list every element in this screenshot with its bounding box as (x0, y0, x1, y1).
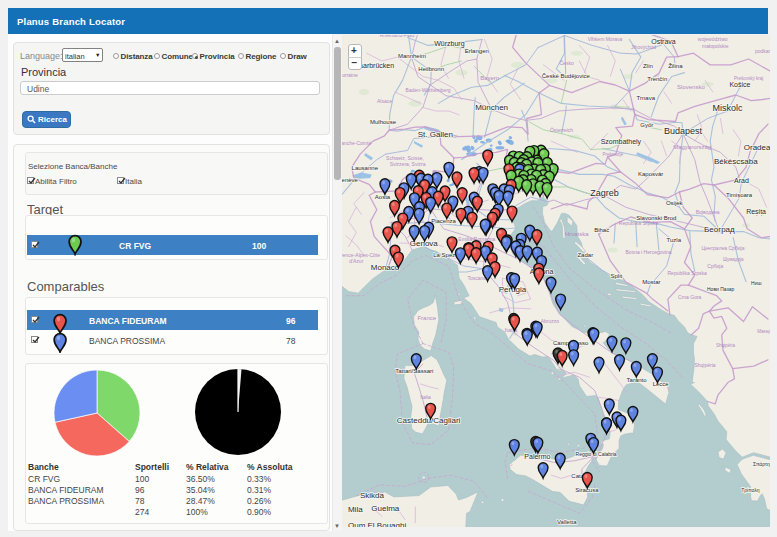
svg-text:Oradea: Oradea (744, 143, 770, 152)
svg-text:Bayern: Bayern (480, 75, 499, 81)
svg-text:Rheinland-Pfalz: Rheinland-Pfalz (380, 35, 416, 38)
svg-text:małopolskie: małopolskie (702, 43, 729, 49)
svg-text:Guelma: Guelma (371, 504, 400, 513)
svg-text:Prešovský kraj: Prešovský kraj (734, 76, 763, 81)
svg-text:Republika Srpska: Republika Srpska (619, 220, 658, 226)
svg-text:Česko: Česko (560, 60, 574, 66)
svg-text:Slovensko: Slovensko (677, 84, 705, 90)
svg-text:Trenčín: Trenčín (647, 76, 667, 82)
svg-text:Шумадија: Шумадија (723, 257, 744, 262)
svg-text:Monaco: Monaco (371, 263, 400, 272)
svg-text:České Budějovice: České Budějovice (542, 73, 591, 79)
svg-text:Casteddu/Cagliari: Casteddu/Cagliari (397, 416, 461, 425)
svg-text:Heilbronn: Heilbronn (418, 66, 444, 72)
svg-text:Tattari/Sassari: Tattari/Sassari (395, 368, 433, 374)
svg-text:Piacenza: Piacenza (431, 218, 456, 224)
svg-text:France: France (417, 315, 436, 321)
svg-text:Osijek: Osijek (666, 200, 684, 206)
svg-text:Oum El Bouaghi: Oum El Bouaghi (348, 521, 406, 527)
svg-text:Alsace: Alsace (377, 98, 392, 104)
svg-text:Taranto: Taranto (627, 377, 648, 383)
svg-text:Baden-Württemberg: Baden-Württemberg (406, 87, 451, 93)
svg-text:Bosna i Hercegovina: Bosna i Hercegovina (626, 249, 672, 255)
svg-text:Republika Srpska: Republika Srpska (668, 270, 707, 276)
svg-text:Lorraine: Lorraine (342, 72, 358, 78)
svg-text:Trnava: Trnava (637, 95, 656, 101)
svg-text:Prekmurje: Prekmurje (602, 152, 623, 157)
svg-text:Reșița: Reșița (746, 208, 766, 216)
svg-text:województwo: województwo (698, 36, 728, 42)
svg-text:Mila: Mila (348, 505, 363, 514)
svg-text:Ниш: Ниш (751, 280, 761, 286)
svg-text:Τρίπολη: Τρίπολη (741, 487, 760, 493)
svg-text:Aosta: Aosta (375, 194, 391, 200)
svg-text:Mannheim: Mannheim (398, 53, 426, 59)
svg-text:Österreich: Österreich (550, 127, 573, 133)
svg-text:Zagreb: Zagreb (590, 188, 619, 198)
svg-text:Shqipëria: Shqipëria (716, 343, 736, 348)
svg-text:Централна Србија: Централна Србија (702, 245, 745, 251)
svg-text:Макед: Макед (757, 329, 770, 334)
svg-text:Valletta: Valletta (557, 519, 577, 525)
svg-text:Reggio di Calabria: Reggio di Calabria (576, 451, 617, 457)
svg-text:Lecce: Lecce (653, 381, 670, 387)
svg-text:Skikda: Skikda (360, 491, 385, 500)
svg-text:Hrvatska: Hrvatska (565, 231, 589, 237)
svg-text:Žilina: Žilina (668, 62, 683, 69)
svg-text:München: München (475, 103, 508, 112)
svg-text:Genève: Genève (342, 177, 359, 183)
svg-text:Erlangen: Erlangen (465, 48, 489, 54)
svg-text:Kaposvár: Kaposvár (638, 171, 663, 177)
svg-text:Split: Split (610, 273, 622, 279)
svg-text:Abruzzo: Abruzzo (541, 318, 560, 324)
svg-text:Italia: Italia (420, 394, 431, 400)
svg-text:Београд: Београд (704, 225, 735, 234)
svg-text:Franche-Comté: Franche-Comté (342, 140, 371, 146)
svg-text:Würzburg: Würzburg (434, 40, 464, 48)
svg-text:Crna Gora: Crna Gora (678, 294, 702, 300)
svg-text:Schweiz, Suisse,: Schweiz, Suisse, (386, 155, 424, 161)
svg-text:podkarpac: podkarpac (755, 48, 770, 54)
svg-text:Jihovýchod: Jihovýchod (631, 44, 656, 50)
svg-text:Timișoara: Timișoara (726, 192, 753, 198)
svg-text:Békéscsaba: Békéscsaba (714, 157, 758, 166)
svg-text:Σπάρτη: Σπάρτη (753, 461, 770, 467)
svg-text:Нови Пазар: Нови Пазар (707, 286, 735, 292)
svg-text:Zadar: Zadar (577, 252, 593, 258)
svg-text:Zlín: Zlín (643, 63, 653, 69)
svg-text:Košice: Košice (729, 81, 750, 88)
svg-text:Svizzera, Svizra: Svizzera, Svizra (390, 161, 426, 167)
svg-text:Győr: Győr (640, 122, 653, 128)
svg-text:Mulhouse: Mulhouse (370, 119, 397, 125)
svg-text:Szombathely: Szombathely (601, 138, 642, 146)
svg-text:Lausanne: Lausanne (352, 165, 379, 171)
svg-text:Србија: Србија (707, 263, 723, 269)
svg-text:Tuzla: Tuzla (667, 237, 682, 243)
svg-text:St. Gallen: St. Gallen (418, 130, 453, 139)
svg-text:Vlhkem Morava: Vlhkem Morava (588, 36, 623, 42)
svg-text:Shqipëria: Shqipëria (694, 362, 715, 368)
svg-text:Budapest: Budapest (664, 126, 703, 136)
svg-text:Bihać: Bihać (594, 227, 609, 233)
svg-text:d'Azur: d'Azur (349, 258, 363, 264)
svg-text:Miskolc: Miskolc (713, 103, 744, 113)
svg-text:Војводина: Војводина (696, 209, 720, 215)
svg-text:Mostar: Mostar (642, 279, 660, 285)
svg-text:Arad: Arad (734, 177, 749, 184)
svg-text:Toscana: Toscana (467, 275, 486, 281)
svg-text:Magyarország: Magyarország (673, 144, 711, 150)
